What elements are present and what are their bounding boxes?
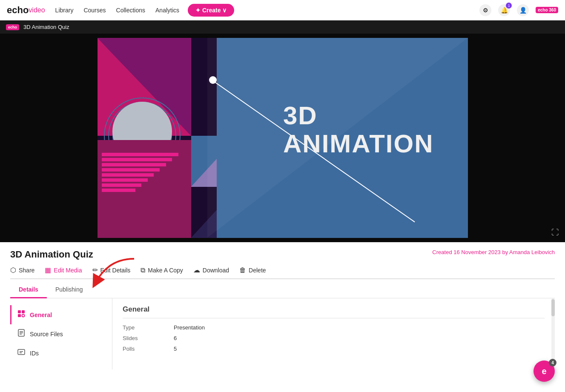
- detail-value-type: Presentation: [174, 324, 205, 331]
- logo-echo-text: echo: [7, 5, 29, 16]
- video-topbar-title: 3D Animation Quiz: [23, 24, 69, 30]
- video-container: echo 3D Animation Quiz: [0, 20, 565, 242]
- detail-value-slides: 6: [174, 335, 177, 341]
- section-title-general: General: [123, 305, 545, 314]
- make-copy-button[interactable]: ⧉ Make A Copy: [141, 266, 183, 274]
- logo[interactable]: echovideo: [7, 5, 45, 16]
- detail-label-type: Type: [123, 324, 174, 331]
- tab-details[interactable]: Details: [10, 282, 47, 298]
- nav-right: ⚙ 🔔 1 👤 echo 360: [479, 4, 558, 16]
- left-sidebar: General Source Files: [10, 298, 112, 369]
- nav-courses[interactable]: Courses: [83, 7, 106, 14]
- user-icon[interactable]: 👤: [517, 4, 529, 16]
- logo-video-text: video: [29, 6, 45, 14]
- topbar-logo: echo: [6, 24, 19, 30]
- tab-publishing[interactable]: Publishing: [47, 282, 92, 298]
- slide-text: 3D ANIMATION: [283, 102, 434, 158]
- nav-analytics[interactable]: Analytics: [155, 7, 179, 14]
- video-topbar: echo 3D Animation Quiz: [0, 20, 565, 34]
- content-area: 3D Animation Quiz Created 16 November 20…: [0, 242, 565, 369]
- action-toolbar: ⬡ Share ▦ Edit Media ✏ Edit Details ⧉ Ma…: [10, 266, 555, 279]
- sidebar-item-ids[interactable]: IDs: [10, 343, 112, 363]
- video-canvas[interactable]: 3D ANIMATION ⛶: [0, 34, 565, 242]
- sidebar-item-source-files[interactable]: Source Files: [10, 324, 112, 343]
- fab-badge: 4: [549, 359, 556, 366]
- ids-icon: [17, 348, 26, 358]
- tabs: Details Publishing: [10, 282, 555, 298]
- detail-row-type: Type Presentation: [123, 324, 545, 331]
- slide-thumbnail: 3D ANIMATION: [98, 38, 468, 238]
- sidebar-ids-label: IDs: [30, 350, 39, 357]
- create-button[interactable]: ✦ Create ∨: [188, 4, 234, 17]
- download-button[interactable]: ☁ Download: [193, 266, 229, 274]
- notif-badge: 1: [506, 3, 512, 9]
- edit-media-icon: ▦: [45, 266, 51, 274]
- top-nav: echovideo Library Courses Collections An…: [0, 0, 565, 20]
- settings-icon[interactable]: ⚙: [479, 4, 491, 16]
- share-button[interactable]: ⬡ Share: [10, 266, 34, 274]
- source-files-icon: [17, 329, 26, 339]
- edit-details-icon: ✏: [92, 266, 98, 274]
- details-pane: General Type Presentation Slides 6 Polls…: [112, 298, 555, 369]
- edit-details-button[interactable]: ✏ Edit Details: [92, 266, 131, 274]
- media-title-row: 3D Animation Quiz Created 16 November 20…: [10, 249, 555, 260]
- media-title: 3D Animation Quiz: [10, 249, 93, 260]
- notifications-icon[interactable]: 🔔 1: [498, 4, 510, 16]
- sidebar-general-label: General: [30, 312, 52, 318]
- fab-label: e: [542, 366, 546, 370]
- delete-button[interactable]: 🗑 Delete: [239, 266, 266, 274]
- detail-label-polls: Polls: [123, 346, 174, 352]
- svg-point-3: [22, 315, 25, 317]
- svg-rect-0: [18, 310, 21, 313]
- sidebar-item-general[interactable]: General: [10, 305, 112, 324]
- svg-rect-8: [18, 349, 25, 355]
- sidebar-source-files-label: Source Files: [30, 331, 63, 338]
- divider: [123, 318, 545, 318]
- svg-rect-1: [22, 310, 25, 313]
- edit-media-button[interactable]: ▦ Edit Media: [45, 266, 82, 274]
- copy-icon: ⧉: [141, 266, 145, 274]
- lower-layout: General Source Files: [10, 298, 555, 369]
- nav-library[interactable]: Library: [55, 7, 74, 14]
- share-icon: ⬡: [10, 266, 16, 274]
- echo360-logo: echo 360: [536, 7, 558, 13]
- scrollbar-thumb[interactable]: [551, 299, 555, 316]
- nav-links: Library Courses Collections Analytics: [55, 7, 179, 14]
- download-icon: ☁: [193, 266, 200, 274]
- nav-collections[interactable]: Collections: [116, 7, 145, 14]
- detail-value-polls: 5: [174, 346, 177, 352]
- detail-row-polls: Polls 5: [123, 346, 545, 352]
- detail-row-slides: Slides 6: [123, 335, 545, 341]
- detail-label-slides: Slides: [123, 335, 174, 341]
- fullscreen-button[interactable]: ⛶: [551, 228, 559, 237]
- created-info: Created 16 November 2023 by Amanda Leibo…: [432, 249, 555, 255]
- delete-icon: 🗑: [239, 266, 246, 274]
- author-link[interactable]: Amanda Leibovich: [509, 249, 555, 255]
- svg-rect-2: [18, 314, 21, 317]
- general-icon: [17, 309, 26, 320]
